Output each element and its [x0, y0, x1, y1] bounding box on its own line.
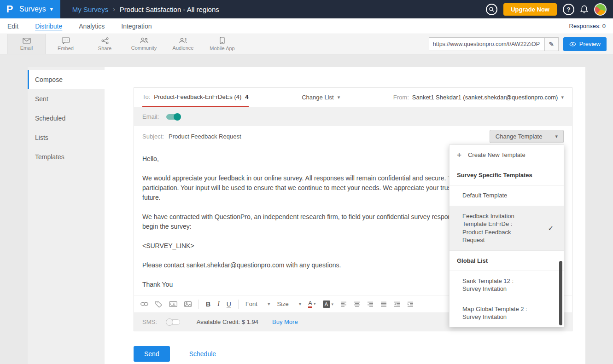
questionpro-logo: P	[0, 0, 19, 18]
keyboard-button[interactable]	[169, 301, 177, 307]
indent-icon	[407, 301, 414, 307]
envelope-icon	[23, 38, 31, 44]
template-item-label: Map Global Template 2 : Survey Invitatio…	[462, 305, 531, 321]
subject-field[interactable]: Subject: Product Feedback Request	[142, 133, 241, 140]
align-center-icon	[354, 301, 360, 307]
align-center-button[interactable]	[354, 301, 360, 307]
template-item-sank-12[interactable]: Sank Template 12 : Survey Invitation	[450, 271, 564, 299]
sidebar-item-lists[interactable]: Lists	[28, 128, 105, 147]
channel-mobile-app[interactable]: Mobile App	[203, 34, 242, 54]
breadcrumb-my-surveys[interactable]: My Surveys	[72, 6, 108, 13]
highlight-color-icon: A	[323, 300, 330, 308]
preview-button[interactable]: Preview	[563, 37, 607, 51]
send-button[interactable]: Send	[134, 346, 170, 362]
align-justify-button[interactable]	[380, 301, 387, 307]
toggle-knob	[166, 318, 173, 326]
to-label: To:	[142, 93, 150, 100]
chevron-down-icon: ▾	[561, 95, 564, 100]
plus-icon: +	[457, 151, 461, 159]
align-right-button[interactable]	[367, 301, 374, 307]
chevron-down-icon: ▾	[338, 95, 340, 100]
chat-bubble-icon	[62, 37, 70, 44]
email-toggle-label: Email:	[142, 113, 159, 120]
change-template-button[interactable]: Change Template ▾	[490, 130, 564, 143]
share-icon	[101, 37, 109, 44]
align-left-button[interactable]	[340, 301, 347, 307]
subject-label: Subject:	[142, 133, 164, 140]
tab-integration[interactable]: Integration	[121, 23, 152, 30]
italic-button[interactable]: I	[217, 300, 220, 308]
bell-icon	[580, 5, 588, 14]
email-toggle[interactable]	[166, 114, 180, 120]
notifications-button[interactable]	[580, 5, 588, 14]
outdent-button[interactable]	[394, 301, 400, 307]
app-switcher[interactable]: P Surveys ▾	[0, 0, 60, 18]
preview-label: Preview	[579, 40, 601, 47]
people-icon	[140, 37, 149, 44]
sidebar-item-templates[interactable]: Templates	[28, 147, 105, 167]
page-title: Product Satisfaction - All regions	[120, 6, 219, 13]
search-button[interactable]	[486, 4, 497, 15]
size-select-label: Size	[277, 300, 288, 307]
breadcrumb-separator: ›	[113, 6, 115, 13]
text-color-button[interactable]: A ▾	[308, 300, 315, 308]
survey-url-input[interactable]	[429, 41, 544, 47]
insert-link-button[interactable]	[140, 301, 148, 306]
template-item-feedback-invitation[interactable]: Feedback Invitation Template EnFrDe : Pr…	[450, 206, 564, 251]
buy-more-link[interactable]: Buy More	[272, 318, 298, 325]
change-list-label: Change List	[302, 94, 333, 101]
channel-label: Audience	[173, 45, 194, 51]
tab-distribute[interactable]: Distribute	[35, 23, 62, 30]
user-avatar[interactable]	[594, 3, 607, 16]
change-list-button[interactable]: Change List ▾	[302, 94, 340, 101]
chevron-down-icon: ▾	[314, 301, 316, 306]
sidebar-item-sent[interactable]: Sent	[28, 89, 105, 109]
edit-url-button[interactable]: ✎	[544, 38, 558, 51]
to-list-name: Product-Feedback-EnFrDeEs (4)	[154, 93, 241, 100]
sms-toggle[interactable]	[166, 319, 180, 325]
merge-tag-button[interactable]	[155, 301, 162, 307]
font-size-select[interactable]: Size ▾	[277, 300, 301, 307]
channel-share[interactable]: Share	[85, 34, 124, 54]
insert-media-button[interactable]	[184, 301, 192, 307]
chevron-down-icon: ▾	[555, 134, 558, 139]
subject-value: Product Feedback Request	[169, 133, 241, 140]
survey-link-tools: ✎ Preview	[429, 37, 607, 51]
eye-icon	[569, 42, 576, 46]
channel-audience[interactable]: $ Audience	[163, 34, 203, 54]
survey-url-box: ✎	[429, 37, 559, 51]
available-credit: Available Credit: $ 1.94	[197, 318, 258, 325]
tab-analytics[interactable]: Analytics	[79, 23, 105, 30]
change-template-label: Change Template	[496, 133, 543, 140]
outdent-icon	[394, 301, 400, 307]
tab-edit[interactable]: Edit	[7, 23, 18, 30]
create-template-label: Create New Template	[468, 151, 525, 158]
bold-button[interactable]: B	[206, 300, 210, 308]
highlight-color-button[interactable]: A ▾	[323, 300, 334, 308]
from-selector[interactable]: From: Sanket1 Shekdar1 (sanket.shekdar@q…	[393, 94, 564, 101]
align-left-icon	[340, 301, 347, 307]
sidebar-item-compose[interactable]: Compose	[28, 70, 105, 89]
mobile-phone-icon	[220, 37, 225, 44]
channel-embed[interactable]: Embed	[46, 34, 85, 54]
help-button[interactable]: ?	[563, 4, 574, 15]
channel-email[interactable]: Email	[7, 34, 46, 54]
schedule-link[interactable]: Schedule	[189, 350, 216, 358]
template-item-map-global-2[interactable]: Map Global Template 2 : Survey Invitatio…	[450, 299, 564, 327]
upgrade-now-button[interactable]: Upgrade Now	[503, 3, 557, 16]
distribute-channel-bar: Email Embed Share Community $ Audienc	[0, 34, 613, 54]
channel-label: Embed	[58, 46, 74, 51]
text-color-icon: A	[308, 300, 312, 308]
create-new-template-item[interactable]: + Create New Template	[450, 145, 564, 165]
survey-tab-bar: Edit Distribute Analytics Integration Re…	[0, 18, 613, 34]
template-item-default[interactable]: Default Template	[450, 185, 564, 206]
align-justify-icon	[380, 301, 387, 307]
indent-button[interactable]	[407, 301, 414, 307]
dropdown-scrollbar[interactable]	[559, 261, 562, 325]
underline-button[interactable]: U	[227, 300, 231, 308]
from-value: Sanket1 Shekdar1 (sanket.shekdar@questio…	[412, 94, 558, 101]
channel-community[interactable]: Community	[124, 34, 163, 54]
sidebar-item-scheduled[interactable]: Scheduled	[28, 109, 105, 128]
font-family-select[interactable]: Font ▾	[245, 300, 270, 307]
to-field[interactable]: To: Product-Feedback-EnFrDeEs (4) 4	[142, 88, 249, 107]
